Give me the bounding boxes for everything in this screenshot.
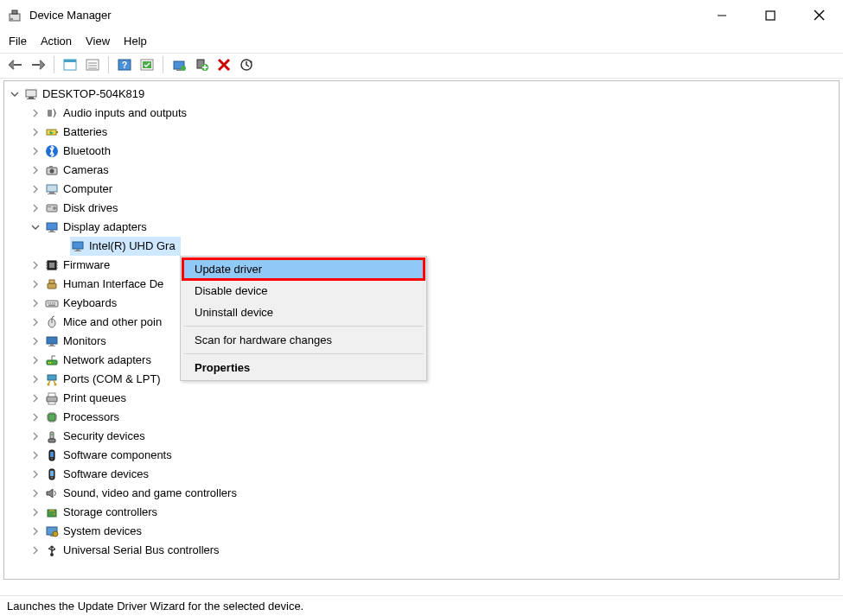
svg-rect-41 [47,223,57,230]
menu-file[interactable]: File [9,35,27,48]
context-disable-device[interactable]: Disable device [182,280,425,302]
tree-category-cameras[interactable]: Cameras [10,161,839,180]
bluetooth-icon [44,143,60,159]
tree-category-label: Software devices [63,465,149,484]
chevron-right-icon[interactable] [30,279,41,289]
svg-point-103 [53,531,58,537]
svg-rect-71 [48,375,56,380]
tree-category-printq[interactable]: Print queues [10,389,839,408]
chevron-right-icon[interactable] [30,393,41,403]
svg-rect-4 [766,11,775,20]
back-button[interactable] [5,55,26,74]
show-hide-console-button[interactable] [60,55,80,74]
selected-device[interactable]: Intel(R) UHD Gra [70,237,181,256]
menu-action[interactable]: Action [41,35,72,48]
uninstall-device-button[interactable] [214,55,234,74]
context-scan-hardware[interactable]: Scan for hardware changes [182,329,425,351]
tree-category-audio[interactable]: Audio inputs and outputs [10,104,839,123]
maximize-button[interactable] [758,3,782,28]
chevron-right-icon[interactable] [30,545,41,556]
processors-icon [44,410,60,425]
window-controls [710,3,836,28]
svg-rect-62 [48,305,55,307]
tree-category-label: Software components [63,446,172,465]
chevron-right-icon[interactable] [30,127,41,137]
tree-root-label: DESKTOP-504K819 [42,85,144,104]
chevron-right-icon[interactable] [30,146,41,156]
tree-category-computer[interactable]: Computer [10,180,839,199]
tree-category-storage[interactable]: Storage controllers [10,503,839,522]
tree-category-batteries[interactable]: Batteries [10,123,839,142]
scan-hardware-button[interactable] [137,55,157,74]
chevron-right-icon[interactable] [30,526,41,537]
svg-rect-75 [48,393,55,397]
tree-root-node[interactable]: DESKTOP-504K819 [10,85,839,104]
menu-view[interactable]: View [86,35,110,48]
update-driver-button[interactable] [169,55,189,74]
disk-icon [44,200,60,216]
chevron-right-icon[interactable] [30,488,41,499]
chevron-right-icon[interactable] [30,184,41,194]
menu-help[interactable]: Help [124,35,147,48]
enable-device-button[interactable] [191,55,212,74]
toolbar-separator [54,56,54,73]
chevron-right-icon[interactable] [30,450,41,460]
chevron-right-icon[interactable] [30,165,41,175]
context-properties[interactable]: Properties [182,357,425,378]
chevron-down-icon[interactable] [30,222,41,232]
chevron-right-icon[interactable] [30,374,41,384]
chevron-right-icon[interactable] [30,355,41,365]
svg-rect-66 [50,344,54,346]
tree-category-security[interactable]: Security devices [10,427,839,446]
tree-category-bluetooth[interactable]: Bluetooth [10,142,839,161]
svg-point-73 [54,384,57,386]
tree-category-swdev[interactable]: Software devices [10,465,839,484]
svg-rect-58 [48,302,49,304]
tree-category-label: Mice and other poin [63,313,162,332]
scan-changes-button[interactable] [236,55,257,74]
audio-icon [44,105,60,121]
tree-category-system[interactable]: System devices [10,522,839,541]
context-separator [183,326,424,327]
svg-rect-35 [47,185,57,192]
chevron-right-icon[interactable] [30,431,41,441]
svg-rect-34 [49,166,53,168]
chevron-right-icon[interactable] [30,203,41,213]
svg-point-39 [53,206,56,210]
close-button[interactable] [807,3,831,28]
tree-device-intel-uhd[interactable]: Intel(R) UHD Gra [10,237,839,256]
minimize-button[interactable] [710,3,734,28]
svg-rect-45 [76,249,80,251]
tree-category-label: Bluetooth [63,142,111,161]
chevron-right-icon[interactable] [30,317,41,327]
svg-text:?: ? [122,60,127,70]
tree-category-display[interactable]: Display adapters [10,218,839,237]
svg-rect-26 [29,97,34,98]
chevron-right-icon[interactable] [30,469,41,479]
tree-category-processors[interactable]: Processors [10,408,839,427]
help-button[interactable]: ? [114,55,135,74]
chevron-right-icon[interactable] [30,412,41,422]
toolbar: ? [0,53,843,79]
chevron-right-icon[interactable] [30,336,41,346]
tree-category-sound[interactable]: Sound, video and game controllers [10,484,839,503]
chevron-right-icon[interactable] [30,507,41,518]
context-uninstall-device[interactable]: Uninstall device [182,302,425,323]
tree-category-label: Batteries [63,123,107,142]
svg-rect-2 [10,18,13,20]
chevron-right-icon[interactable] [30,108,41,118]
tree-category-label: System devices [63,522,142,541]
tree-category-label: Network adapters [63,351,151,370]
tree-category-swcomp[interactable]: Software components [10,446,839,465]
svg-rect-27 [27,98,35,99]
svg-point-92 [51,434,53,435]
tree-category-disk[interactable]: Disk drives [10,199,839,218]
tree-category-usb[interactable]: Universal Serial Bus controllers [10,541,839,560]
chevron-right-icon[interactable] [30,260,41,270]
chevron-down-icon[interactable] [10,89,20,99]
properties-button[interactable] [82,55,103,74]
svg-rect-56 [49,280,54,283]
forward-button[interactable] [28,55,48,74]
chevron-right-icon[interactable] [30,298,41,308]
context-update-driver[interactable]: Update driver [182,257,425,281]
